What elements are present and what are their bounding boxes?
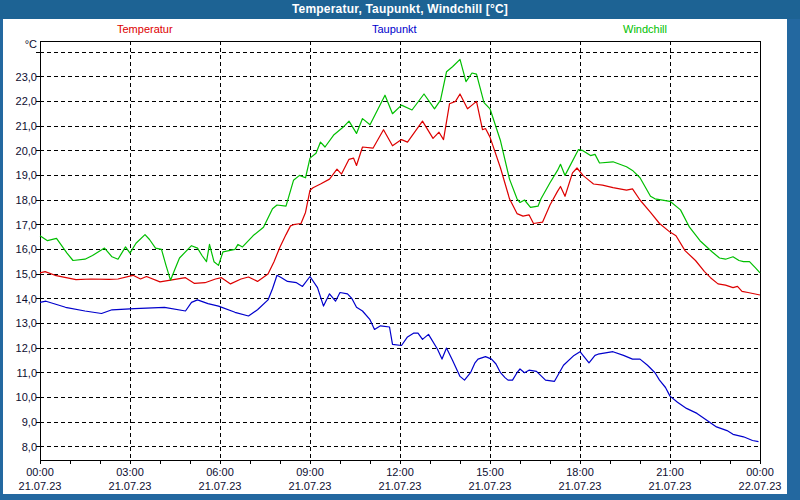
x-axis-time-label: 12:00 [386, 466, 414, 478]
y-axis-label: 10,0 [16, 391, 37, 403]
y-axis-label: 14,0 [16, 293, 37, 305]
title-bar: Temperatur, Taupunkt, Windchill [°C] [0, 0, 800, 19]
series-taupunkt-line [40, 275, 759, 441]
chart-content: Temperatur Taupunkt Windchill 8,09,010,0… [3, 19, 787, 494]
y-axis-label: 11,0 [16, 367, 37, 379]
y-axis-label: 23,0 [16, 71, 37, 83]
x-axis-date-label: 21.07.23 [649, 480, 692, 492]
x-axis-date-label: 21.07.23 [19, 480, 62, 492]
y-axis-label: 18,0 [16, 194, 37, 206]
y-axis-label: 16,0 [16, 243, 37, 255]
x-axis-time-label: 21:00 [656, 466, 684, 478]
x-axis-date-label: 21.07.23 [109, 480, 152, 492]
y-axis-label: 17,0 [16, 219, 37, 231]
x-axis-time-label: 00:00 [746, 466, 774, 478]
x-axis-time-label: 06:00 [206, 466, 234, 478]
x-axis-date-label: 21.07.23 [199, 480, 242, 492]
y-axis-label: 19,0 [16, 169, 37, 181]
x-axis-date-label: 21.07.23 [559, 480, 602, 492]
y-axis-unit-label: °C [25, 38, 37, 50]
x-axis-time-label: 00:00 [26, 466, 54, 478]
x-axis-date-label: 21.07.23 [289, 480, 332, 492]
y-axis-label: 15,0 [16, 268, 37, 280]
x-axis-date-label: 22.07.23 [739, 480, 782, 492]
y-axis-label: 9,0 [22, 416, 37, 428]
y-axis-label: 8,0 [22, 441, 37, 453]
y-axis-label: 20,0 [16, 145, 37, 157]
y-axis-label: 21,0 [16, 120, 37, 132]
series-temperatur-line [40, 94, 760, 295]
x-axis-time-label: 18:00 [566, 466, 594, 478]
x-axis-date-label: 21.07.23 [379, 480, 422, 492]
y-axis-label: 22,0 [16, 95, 37, 107]
x-axis-time-label: 09:00 [296, 466, 324, 478]
x-axis-time-label: 15:00 [476, 466, 504, 478]
chart-title: Temperatur, Taupunkt, Windchill [°C] [292, 2, 508, 16]
chart-plot-area: 8,09,010,011,012,013,014,015,016,017,018… [3, 19, 787, 494]
y-axis-label: 12,0 [16, 342, 37, 354]
x-axis-date-label: 21.07.23 [469, 480, 512, 492]
x-axis-time-label: 03:00 [116, 466, 144, 478]
window-frame: Temperatur, Taupunkt, Windchill [°C] Tem… [0, 0, 800, 500]
y-axis-label: 13,0 [16, 317, 37, 329]
